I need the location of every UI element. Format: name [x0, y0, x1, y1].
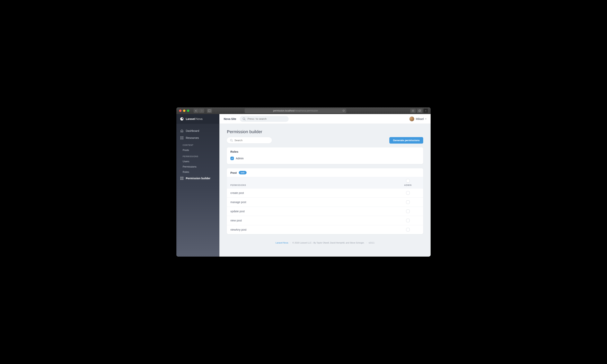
minimize-window-button[interactable] — [183, 110, 185, 112]
brand-name: Laravel Nova — [186, 117, 203, 120]
close-window-button[interactable] — [179, 110, 181, 112]
permission-row: update post — [227, 207, 423, 216]
titlebar: permission.localhost/nova/nova-permissio… — [176, 107, 431, 114]
brand-logo-icon — [180, 117, 184, 121]
main: Nova Site Mikael ▾ Permission builder — [220, 114, 431, 257]
brand-name-light: Nova — [196, 117, 203, 120]
select-all-checkbox[interactable] — [406, 179, 410, 182]
content: Permission builder Generate permissions … — [220, 124, 431, 257]
svg-rect-4 — [419, 110, 421, 111]
search-icon — [230, 139, 233, 142]
footer-copyright: © 2019 Laravel LLC - By Taylor Otwell, D… — [292, 242, 364, 244]
forward-button[interactable] — [199, 109, 204, 113]
sidebar-item-label: Dashboard — [186, 129, 199, 132]
local-search[interactable] — [227, 137, 272, 143]
permission-name: update post — [230, 210, 396, 213]
role-column-label: ADMIN — [404, 184, 412, 186]
permission-checkbox[interactable] — [406, 219, 410, 222]
permission-check-cell — [396, 200, 420, 204]
home-icon — [180, 129, 183, 132]
sidebar-scroll: Dashboard Resources CONTENT Posts PERMIS… — [176, 124, 220, 257]
avatar — [409, 116, 414, 121]
maximize-window-button[interactable] — [187, 110, 189, 112]
tabs-button[interactable] — [417, 109, 422, 113]
svg-rect-6 — [182, 136, 183, 137]
role-column: ADMIN — [396, 179, 420, 186]
permission-row: view post — [227, 216, 423, 225]
permission-check-cell — [396, 209, 420, 213]
role-checkbox[interactable]: ✓ — [230, 157, 234, 160]
guard-badge: web — [239, 171, 247, 174]
footer-link[interactable]: Laravel Nova — [276, 242, 288, 244]
sidebar-item-posts[interactable]: Posts — [176, 147, 220, 153]
sidebar-toggle-button[interactable] — [207, 109, 212, 113]
svg-line-16 — [232, 141, 233, 142]
roles-card-title: Roles — [227, 147, 423, 156]
generate-permissions-button[interactable]: Generate permissions — [389, 137, 423, 143]
permission-checkbox[interactable] — [406, 228, 410, 231]
svg-line-14 — [245, 119, 245, 120]
topbar: Nova Site Mikael ▾ — [220, 114, 431, 124]
sidebar-heading-permissions: PERMISSIONS — [176, 153, 220, 159]
user-menu[interactable]: Mikael ▾ — [409, 116, 426, 121]
resource-card: Post web PERMISSIONS ADMIN create postma… — [227, 168, 423, 234]
resource-card-header: Post web — [227, 168, 423, 177]
svg-rect-3 — [419, 110, 420, 112]
permission-checkbox[interactable] — [406, 209, 410, 213]
global-search-input[interactable] — [248, 117, 286, 120]
svg-rect-7 — [180, 138, 181, 139]
sidebar-item-users[interactable]: Users — [176, 159, 220, 164]
permission-row: create post — [227, 188, 423, 198]
user-name: Mikael — [416, 117, 424, 120]
global-search[interactable] — [240, 116, 289, 122]
footer-version: v2.6.1 — [369, 242, 374, 244]
grid-icon — [180, 136, 183, 139]
roles-list: ✓Admin — [227, 156, 423, 164]
sidebar-item-resources[interactable]: Resources — [176, 134, 220, 141]
app: Laravel Nova Dashboard Resources — [176, 114, 431, 257]
sidebar-item-permission-builder[interactable]: Permission builder — [176, 175, 220, 182]
browser-window: permission.localhost/nova/nova-permissio… — [176, 107, 431, 257]
local-search-input[interactable] — [235, 139, 269, 142]
sidebar-item-dashboard[interactable]: Dashboard — [176, 127, 220, 134]
permission-row: manage post — [227, 198, 423, 207]
reload-icon[interactable] — [342, 110, 345, 112]
permission-name: create post — [230, 191, 396, 195]
share-button[interactable] — [410, 109, 416, 113]
permission-checkbox[interactable] — [406, 200, 410, 204]
url-host: permission.localhost — [273, 109, 294, 112]
svg-rect-11 — [180, 179, 181, 180]
traffic-lights — [179, 110, 189, 112]
site-title: Nova Site — [224, 117, 236, 120]
sidebar-item-label: Resources — [186, 136, 199, 139]
sidebar-heading-content: CONTENT — [176, 141, 220, 147]
permission-checkbox[interactable] — [406, 191, 410, 195]
nav-arrows — [193, 109, 204, 113]
svg-rect-0 — [208, 110, 211, 112]
permission-name: manage post — [230, 201, 396, 204]
roles-card: Roles ✓Admin — [227, 147, 423, 164]
footer: Laravel Nova · © 2019 Laravel LLC - By T… — [227, 238, 423, 250]
svg-rect-5 — [180, 136, 181, 137]
permission-check-cell — [396, 219, 420, 222]
back-button[interactable] — [193, 109, 199, 113]
sidebar-item-roles[interactable]: Roles — [176, 169, 220, 175]
sidebar: Laravel Nova Dashboard Resources — [176, 114, 220, 257]
svg-point-13 — [243, 118, 245, 120]
svg-rect-8 — [182, 138, 183, 139]
url-bar[interactable]: permission.localhost/nova/nova-permissio… — [245, 108, 346, 113]
svg-rect-10 — [182, 177, 183, 178]
chevron-down-icon: ▾ — [425, 118, 426, 120]
permission-row: viewAny post — [227, 225, 423, 234]
svg-rect-12 — [182, 179, 183, 180]
permissions-rows: create postmanage postupdate postview po… — [227, 188, 423, 234]
permissions-table-header: PERMISSIONS ADMIN — [227, 177, 423, 188]
permission-name: viewAny post — [230, 228, 396, 231]
search-icon — [243, 117, 246, 120]
brand[interactable]: Laravel Nova — [176, 114, 220, 124]
permission-name: view post — [230, 219, 396, 222]
sidebar-item-permissions[interactable]: Permissions — [176, 164, 220, 169]
new-tab-button[interactable]: + — [424, 109, 428, 113]
role-label: Admin — [236, 157, 244, 160]
permission-check-cell — [396, 191, 420, 195]
